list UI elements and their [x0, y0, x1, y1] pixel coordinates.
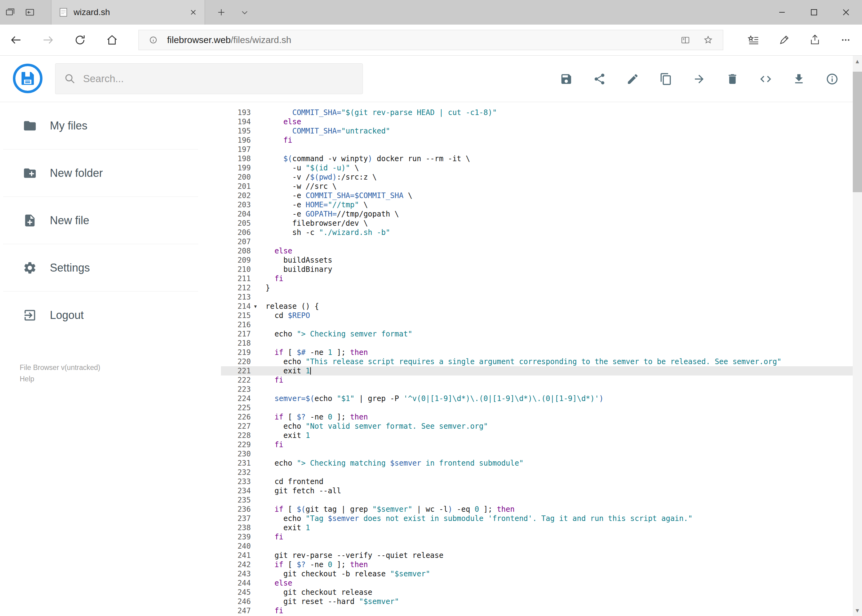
code-line[interactable]: 237 echo "Tag $semver does not exist in … [221, 514, 853, 523]
share-icon[interactable] [799, 25, 830, 55]
code-line[interactable]: 197 [221, 145, 853, 154]
code-line[interactable]: 206 sh -c "./wizard.sh -b" [221, 228, 853, 237]
code-line[interactable]: 205 filebrowser/dev \ [221, 218, 853, 228]
fold-arrow-icon[interactable]: ▾ [251, 302, 260, 311]
scroll-up-icon[interactable]: ▲ [853, 56, 862, 67]
code-line[interactable]: 198 $(command -v winpty) docker run --rm… [221, 154, 853, 163]
code-line[interactable]: 244 else [221, 578, 853, 588]
code-line[interactable]: 227 echo "Not valid semver format. See s… [221, 422, 853, 431]
code-line[interactable]: 232 [221, 468, 853, 477]
sidebar-item-settings[interactable]: Settings [0, 244, 221, 291]
code-line[interactable]: 224 semver=$(echo "$1" | grep -P '^v(0|[… [221, 394, 853, 403]
code-line[interactable]: 211 fi [221, 274, 853, 283]
raw-view-icon[interactable] [759, 72, 772, 85]
code-line[interactable]: 229 fi [221, 440, 853, 449]
share-icon[interactable] [593, 72, 606, 85]
code-line[interactable]: 230 [221, 449, 853, 459]
code-line[interactable]: 233 cd frontend [221, 477, 853, 486]
home-icon[interactable] [96, 25, 128, 55]
code-line[interactable]: 240 [221, 542, 853, 551]
page-info-icon[interactable] [145, 35, 162, 45]
code-line[interactable]: 218 [221, 339, 853, 348]
code-line[interactable]: 212} [221, 283, 853, 292]
back-icon[interactable] [0, 25, 32, 55]
code-line[interactable]: 241 git rev-parse --verify --quiet relea… [221, 551, 853, 560]
page-scrollbar[interactable]: ▲ ▼ [853, 56, 862, 616]
code-line[interactable]: 213 [221, 292, 853, 302]
reading-view-icon[interactable] [677, 35, 694, 45]
tab-list-chevron-icon[interactable] [234, 0, 255, 25]
code-line[interactable]: 194 else [221, 117, 853, 126]
search-input[interactable] [83, 73, 354, 85]
move-icon[interactable] [693, 72, 706, 85]
code-line[interactable]: 201 -w //src \ [221, 182, 853, 191]
maximize-icon[interactable] [798, 0, 830, 25]
code-line[interactable]: 223 [221, 385, 853, 394]
code-line[interactable]: 235 [221, 495, 853, 504]
code-line[interactable]: 217 echo "> Checking semver format" [221, 329, 853, 339]
code-line[interactable]: 242 if [ $? -ne 0 ]; then [221, 560, 853, 569]
code-line[interactable]: 196 fi [221, 136, 853, 145]
code-line[interactable]: 219 if [ $# -ne 1 ]; then [221, 348, 853, 357]
code-line[interactable]: 246 git reset --hard "$semver" [221, 597, 853, 606]
code-line[interactable]: 222 fi [221, 376, 853, 385]
code-line[interactable]: 225 [221, 403, 853, 412]
code-line[interactable]: 203 -e HOME="//tmp" \ [221, 200, 853, 209]
code-line[interactable]: 243 git checkout -b release "$semver" [221, 569, 853, 578]
code-line[interactable]: 202 -e COMMIT_SHA=$COMMIT_SHA \ [221, 191, 853, 200]
sidebar-item-new-folder[interactable]: New folder [0, 149, 221, 196]
browser-tab[interactable]: wizard.sh [51, 0, 205, 25]
delete-icon[interactable] [726, 72, 739, 85]
search-box[interactable] [55, 63, 363, 94]
close-icon[interactable] [830, 0, 862, 25]
code-line[interactable]: 215 cd $REPO [221, 311, 853, 320]
address-bar[interactable]: filebrowser.web/files/wizard.sh [139, 30, 723, 50]
web-note-icon[interactable] [769, 25, 799, 55]
info-icon[interactable] [826, 72, 838, 85]
code-line[interactable]: 214▾release () { [221, 302, 853, 311]
code-line[interactable]: 226 if [ $? -ne 0 ]; then [221, 412, 853, 422]
new-tab-icon[interactable] [211, 0, 232, 25]
code-line[interactable]: 195 COMMIT_SHA="untracked" [221, 126, 853, 136]
code-line[interactable]: 216 [221, 320, 853, 329]
favorite-star-icon[interactable] [700, 35, 717, 45]
hub-icon[interactable] [738, 25, 769, 55]
code-line[interactable]: 238 exit 1 [221, 523, 853, 532]
code-line[interactable]: 207 [221, 237, 853, 246]
refresh-icon[interactable] [64, 25, 96, 55]
rename-icon[interactable] [626, 72, 639, 85]
code-line[interactable]: 221 exit 1 [221, 366, 853, 376]
filebrowser-logo[interactable] [12, 63, 43, 94]
tabs-preview-icon[interactable] [25, 7, 35, 17]
code-line[interactable]: 228 exit 1 [221, 431, 853, 440]
code-line[interactable]: 204 -e GOPATH=//tmp/gopath \ [221, 209, 853, 218]
copy-icon[interactable] [660, 72, 673, 85]
code-line[interactable]: 200 -v /$(pwd):/src:z \ [221, 173, 853, 182]
set-tabs-aside-icon[interactable] [5, 7, 16, 17]
scrollbar-thumb[interactable] [853, 72, 862, 192]
forward-icon[interactable] [32, 25, 64, 55]
code-line[interactable]: 199 -u "$(id -u)" \ [221, 163, 853, 173]
code-line[interactable]: 236 if [ $(git tag | grep "$semver" | wc… [221, 504, 853, 514]
code-line[interactable]: 193 COMMIT_SHA="$(git rev-parse HEAD | c… [221, 108, 853, 117]
code-line[interactable]: 220 echo "This release script requires a… [221, 357, 853, 366]
code-line[interactable]: 209 buildAssets [221, 256, 853, 265]
download-icon[interactable] [793, 72, 805, 85]
sidebar-item-my-files[interactable]: My files [0, 102, 221, 149]
code-line[interactable]: 245 git checkout release [221, 588, 853, 597]
more-icon[interactable] [830, 25, 861, 55]
code-line[interactable]: 247 fi [221, 606, 853, 615]
save-icon[interactable] [560, 72, 573, 85]
minimize-icon[interactable] [766, 0, 798, 25]
help-link[interactable]: Help [20, 373, 100, 385]
code-line[interactable]: 231 echo "> Checking matching $semver in… [221, 459, 853, 468]
code-line[interactable]: 210 buildBinary [221, 265, 853, 274]
code-line[interactable]: 208 else [221, 246, 853, 256]
sidebar-item-new-file[interactable]: New file [0, 197, 221, 244]
scroll-down-icon[interactable]: ▼ [853, 605, 862, 616]
code-line[interactable]: 234 git fetch --all [221, 486, 853, 495]
code-editor[interactable]: 193 COMMIT_SHA="$(git rev-parse HEAD | c… [221, 102, 853, 616]
sidebar-item-logout[interactable]: Logout [0, 292, 221, 339]
code-line[interactable]: 239 fi [221, 532, 853, 542]
tab-close-icon[interactable] [190, 9, 197, 16]
